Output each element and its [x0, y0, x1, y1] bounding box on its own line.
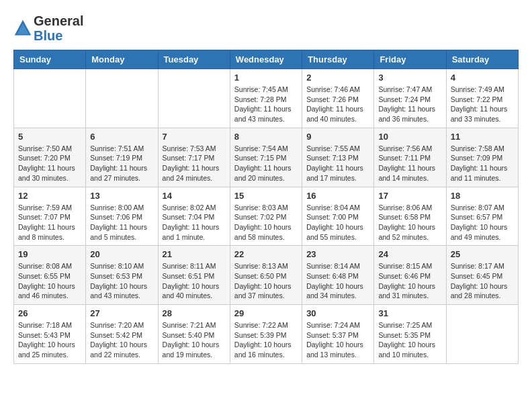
day-info: Sunrise: 7:22 AM Sunset: 5:39 PM Dayligh…	[234, 320, 298, 360]
day-cell: 18Sunrise: 8:07 AM Sunset: 6:57 PM Dayli…	[446, 187, 518, 246]
day-cell: 6Sunrise: 7:51 AM Sunset: 7:19 PM Daylig…	[86, 128, 158, 187]
day-number: 16	[306, 191, 369, 201]
day-info: Sunrise: 7:45 AM Sunset: 7:28 PM Dayligh…	[234, 85, 298, 124]
day-cell	[158, 69, 230, 128]
day-info: Sunrise: 8:07 AM Sunset: 6:57 PM Dayligh…	[451, 203, 514, 242]
day-info: Sunrise: 7:58 AM Sunset: 7:09 PM Dayligh…	[451, 144, 514, 183]
calendar-table: SundayMondayTuesdayWednesdayThursdayFrid…	[13, 50, 519, 364]
day-number: 9	[306, 132, 369, 142]
day-cell: 5Sunrise: 7:50 AM Sunset: 7:20 PM Daylig…	[14, 128, 86, 187]
day-number: 13	[90, 191, 153, 201]
day-info: Sunrise: 7:51 AM Sunset: 7:19 PM Dayligh…	[90, 144, 153, 183]
day-info: Sunrise: 7:47 AM Sunset: 7:24 PM Dayligh…	[378, 85, 441, 124]
day-info: Sunrise: 8:11 AM Sunset: 6:51 PM Dayligh…	[163, 261, 226, 301]
day-cell: 14Sunrise: 8:02 AM Sunset: 7:04 PM Dayli…	[158, 187, 230, 246]
day-number: 3	[378, 73, 441, 83]
day-cell: 21Sunrise: 8:11 AM Sunset: 6:51 PM Dayli…	[158, 246, 230, 305]
day-cell: 2Sunrise: 7:46 AM Sunset: 7:26 PM Daylig…	[302, 69, 374, 128]
day-cell: 1Sunrise: 7:45 AM Sunset: 7:28 PM Daylig…	[230, 69, 302, 128]
day-cell	[14, 69, 86, 128]
day-cell: 31Sunrise: 7:25 AM Sunset: 5:35 PM Dayli…	[374, 305, 446, 364]
day-info: Sunrise: 7:59 AM Sunset: 7:07 PM Dayligh…	[18, 203, 81, 242]
day-number: 26	[18, 308, 81, 318]
day-cell: 10Sunrise: 7:56 AM Sunset: 7:11 PM Dayli…	[374, 128, 446, 187]
day-number: 10	[378, 132, 441, 142]
logo-icon	[13, 19, 32, 38]
day-info: Sunrise: 8:02 AM Sunset: 7:04 PM Dayligh…	[163, 203, 226, 242]
weekday-header-sunday: Sunday	[14, 50, 86, 69]
weekday-header-saturday: Saturday	[446, 50, 518, 69]
week-row-2: 5Sunrise: 7:50 AM Sunset: 7:20 PM Daylig…	[14, 128, 519, 187]
day-cell: 27Sunrise: 7:20 AM Sunset: 5:42 PM Dayli…	[86, 305, 158, 364]
weekday-header-tuesday: Tuesday	[158, 50, 230, 69]
day-number: 2	[306, 73, 369, 83]
day-number: 23	[306, 249, 369, 259]
day-info: Sunrise: 7:50 AM Sunset: 7:20 PM Dayligh…	[18, 144, 81, 183]
day-info: Sunrise: 7:56 AM Sunset: 7:11 PM Dayligh…	[378, 144, 441, 183]
day-cell: 8Sunrise: 7:54 AM Sunset: 7:15 PM Daylig…	[230, 128, 302, 187]
logo: General Blue	[13, 13, 83, 43]
day-info: Sunrise: 8:15 AM Sunset: 6:46 PM Dayligh…	[378, 261, 441, 301]
day-info: Sunrise: 7:55 AM Sunset: 7:13 PM Dayligh…	[306, 144, 369, 183]
day-number: 11	[451, 132, 514, 142]
day-number: 22	[234, 249, 298, 259]
day-number: 7	[163, 132, 226, 142]
day-cell: 3Sunrise: 7:47 AM Sunset: 7:24 PM Daylig…	[374, 69, 446, 128]
day-number: 29	[234, 308, 298, 318]
day-number: 12	[18, 191, 81, 201]
day-number: 19	[18, 249, 81, 259]
day-number: 4	[451, 73, 514, 83]
day-info: Sunrise: 7:20 AM Sunset: 5:42 PM Dayligh…	[90, 320, 153, 360]
day-cell: 19Sunrise: 8:08 AM Sunset: 6:55 PM Dayli…	[14, 246, 86, 305]
day-info: Sunrise: 7:18 AM Sunset: 5:43 PM Dayligh…	[18, 320, 81, 360]
day-info: Sunrise: 7:24 AM Sunset: 5:37 PM Dayligh…	[306, 320, 369, 360]
day-cell: 28Sunrise: 7:21 AM Sunset: 5:40 PM Dayli…	[158, 305, 230, 364]
day-number: 14	[163, 191, 226, 201]
week-row-1: 1Sunrise: 7:45 AM Sunset: 7:28 PM Daylig…	[14, 69, 519, 128]
day-info: Sunrise: 7:54 AM Sunset: 7:15 PM Dayligh…	[234, 144, 298, 183]
logo-text-line2: Blue	[34, 28, 83, 43]
day-info: Sunrise: 8:10 AM Sunset: 6:53 PM Dayligh…	[90, 261, 153, 301]
day-info: Sunrise: 8:08 AM Sunset: 6:55 PM Dayligh…	[18, 261, 81, 301]
day-cell	[446, 305, 518, 364]
day-number: 6	[90, 132, 153, 142]
day-info: Sunrise: 7:25 AM Sunset: 5:35 PM Dayligh…	[378, 320, 441, 360]
day-cell: 11Sunrise: 7:58 AM Sunset: 7:09 PM Dayli…	[446, 128, 518, 187]
day-cell: 9Sunrise: 7:55 AM Sunset: 7:13 PM Daylig…	[302, 128, 374, 187]
day-info: Sunrise: 8:14 AM Sunset: 6:48 PM Dayligh…	[306, 261, 369, 301]
day-cell: 20Sunrise: 8:10 AM Sunset: 6:53 PM Dayli…	[86, 246, 158, 305]
weekday-header-friday: Friday	[374, 50, 446, 69]
day-number: 8	[234, 132, 298, 142]
day-info: Sunrise: 8:03 AM Sunset: 7:02 PM Dayligh…	[234, 203, 298, 242]
weekday-header-thursday: Thursday	[302, 50, 374, 69]
day-number: 27	[90, 308, 153, 318]
day-cell: 24Sunrise: 8:15 AM Sunset: 6:46 PM Dayli…	[374, 246, 446, 305]
week-row-5: 26Sunrise: 7:18 AM Sunset: 5:43 PM Dayli…	[14, 305, 519, 364]
day-number: 18	[451, 191, 514, 201]
day-info: Sunrise: 8:06 AM Sunset: 6:58 PM Dayligh…	[378, 203, 441, 242]
day-number: 15	[234, 191, 298, 201]
week-row-3: 12Sunrise: 7:59 AM Sunset: 7:07 PM Dayli…	[14, 187, 519, 246]
weekday-header-monday: Monday	[86, 50, 158, 69]
header: General Blue	[13, 13, 519, 43]
day-info: Sunrise: 7:21 AM Sunset: 5:40 PM Dayligh…	[163, 320, 226, 360]
day-info: Sunrise: 8:13 AM Sunset: 6:50 PM Dayligh…	[234, 261, 298, 301]
day-cell: 25Sunrise: 8:17 AM Sunset: 6:45 PM Dayli…	[446, 246, 518, 305]
weekday-header-wednesday: Wednesday	[230, 50, 302, 69]
day-cell	[86, 69, 158, 128]
day-info: Sunrise: 7:46 AM Sunset: 7:26 PM Dayligh…	[306, 85, 369, 124]
day-cell: 17Sunrise: 8:06 AM Sunset: 6:58 PM Dayli…	[374, 187, 446, 246]
day-number: 17	[378, 191, 441, 201]
logo-text-line1: General	[34, 13, 83, 28]
day-number: 28	[163, 308, 226, 318]
day-number: 5	[18, 132, 81, 142]
day-info: Sunrise: 8:00 AM Sunset: 7:06 PM Dayligh…	[90, 203, 153, 242]
day-info: Sunrise: 8:04 AM Sunset: 7:00 PM Dayligh…	[306, 203, 369, 242]
day-info: Sunrise: 7:53 AM Sunset: 7:17 PM Dayligh…	[163, 144, 226, 183]
calendar-page: General Blue SundayMondayTuesdayWednesda…	[0, 0, 532, 371]
day-number: 21	[163, 249, 226, 259]
day-cell: 26Sunrise: 7:18 AM Sunset: 5:43 PM Dayli…	[14, 305, 86, 364]
day-cell: 29Sunrise: 7:22 AM Sunset: 5:39 PM Dayli…	[230, 305, 302, 364]
day-cell: 16Sunrise: 8:04 AM Sunset: 7:00 PM Dayli…	[302, 187, 374, 246]
day-number: 25	[451, 249, 514, 259]
